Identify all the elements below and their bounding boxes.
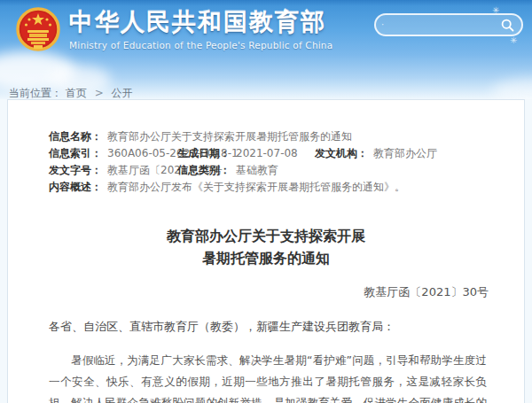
ministry-home-link[interactable]: 中华人民共和国教育部 Ministry of Education of the … [16,6,332,54]
document-title-line1: 教育部办公厅关于支持探索开展 [8,225,524,247]
breadcrumb-separator: > [95,87,104,99]
document-meta: 信息名称： 教育部办公厅关于支持探索开展暑期托管服务的通知 信息索引： 360A… [8,100,524,195]
meta-value-name: 教育部办公厅关于支持探索开展暑期托管服务的通知 [107,128,352,144]
site-subtitle: Ministry of Education of the People's Re… [69,40,332,50]
search-input[interactable] [385,15,500,35]
meta-label-docnum: 发文字号： [49,162,102,178]
site-header: ✳ ✳ · 中华人民共和国教育部 Ministry of Educa [0,0,532,99]
meta-label-name: 信息名称： [49,128,102,144]
meta-value-date: 2021-07-08 [236,145,298,161]
document-title: 教育部办公厅关于支持探索开展 暑期托管服务的通知 [8,225,524,269]
meta-row-name: 信息名称： 教育部办公厅关于支持探索开展暑期托管服务的通知 [49,128,524,144]
meta-label-agency: 发文机构： [315,145,368,161]
meta-value-category: 基础教育 [236,162,278,178]
document-body-paragraph: 暑假临近，为满足广大家长需求、解决学生暑期“看护难”问题，引导和帮助学生度过一个… [8,350,524,403]
meta-value-agency: 教育部办公厅 [373,145,437,161]
document-number: 教基厅函〔2021〕30号 [8,284,524,300]
meta-label-category: 信息类别： [177,162,231,178]
meta-row-docnum-category: 发文字号： 教基厅函〔2021〕30号 信息类别： 基础教育 [49,162,524,178]
meta-label-summary: 内容概述： [49,179,102,195]
meta-row-summary: 内容概述： 教育部办公厅发布《关于支持探索开展暑期托管服务的通知》。 [49,179,524,195]
national-emblem-icon [16,6,60,54]
breadcrumb-home-link[interactable]: 首页 [66,87,87,99]
breadcrumb-gongkai-link[interactable]: 公开 [112,87,133,99]
breadcrumb-prefix: 当前位置： [9,87,62,99]
meta-label-date: 生成日期： [177,145,231,161]
meta-label-index: 信息索引： [49,145,102,161]
search-icon[interactable] [501,19,514,32]
breadcrumb: 当前位置： 首页 > 公开 [9,86,133,101]
meta-value-summary: 教育部办公厅发布《关于支持探索开展暑期托管服务的通知》。 [107,179,405,195]
document-panel: 信息名称： 教育部办公厅关于支持探索开展暑期托管服务的通知 信息索引： 360A… [7,99,525,403]
document-title-line2: 暑期托管服务的通知 [8,247,524,269]
cloud-decoration [492,78,532,99]
meta-row-index-date-agency: 信息索引： 360A06-05-2021-0018-1 生成日期： 2021-0… [49,145,524,161]
dandelion-decoration: ✳ [510,35,517,45]
site-title: 中华人民共和国教育部 [69,8,332,36]
search-box[interactable] [374,13,523,36]
document-salutation: 各省、自治区、直辖市教育厅（教委），新疆生产建设兵团教育局： [8,319,524,335]
